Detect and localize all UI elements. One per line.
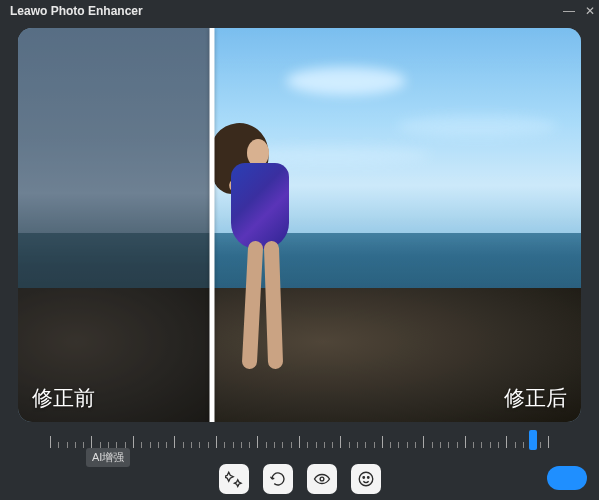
face-icon [357,470,375,488]
app-title: Leawo Photo Enhancer [10,4,143,18]
svg-point-1 [359,472,373,486]
eye-icon [313,470,331,488]
subject-person [221,123,305,368]
swirl-icon [269,470,287,488]
slider-tooltip: AI增强 [86,448,130,467]
minimize-button[interactable]: — [563,4,575,18]
auto-adjust-button[interactable] [263,464,293,494]
face-retouch-button[interactable] [351,464,381,494]
slider-ruler [50,434,549,448]
ai-enhance-button[interactable] [219,464,249,494]
window-controls: — ✕ [563,4,595,18]
export-button[interactable] [547,466,587,490]
compare-divider[interactable] [210,28,215,422]
svg-point-0 [320,477,324,481]
sparkle-icon [225,470,243,488]
intensity-slider[interactable]: AI增强 [50,432,549,454]
svg-point-3 [367,477,369,479]
toolbar [0,464,599,494]
slider-knob[interactable] [529,430,537,450]
close-button[interactable]: ✕ [585,4,595,18]
after-label: 修正后 [504,384,567,412]
compare-view[interactable]: 修正前 修正后 [18,28,581,422]
eye-enhance-button[interactable] [307,464,337,494]
before-image [18,28,212,422]
title-bar: Leawo Photo Enhancer — ✕ [0,0,599,22]
before-label: 修正前 [32,384,95,412]
svg-point-2 [363,477,365,479]
